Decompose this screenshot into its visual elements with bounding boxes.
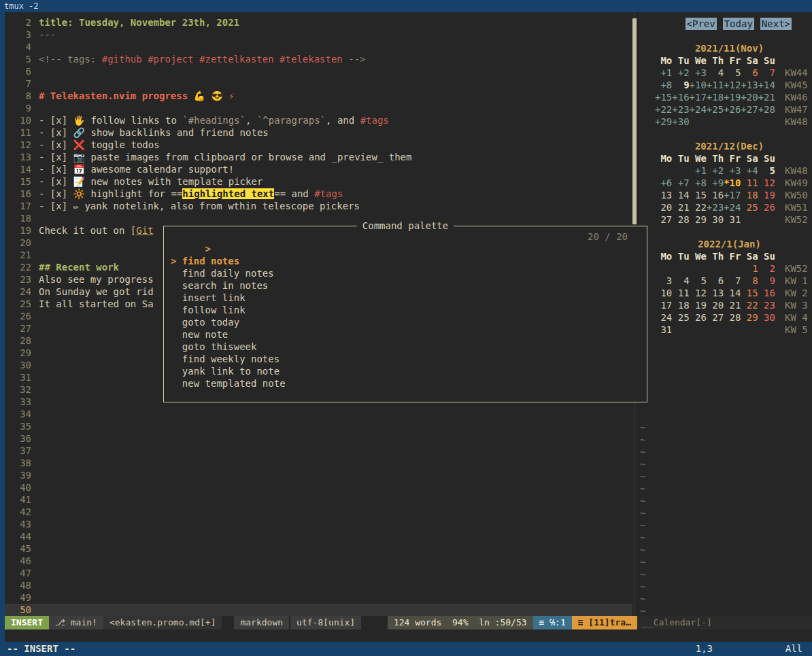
editor-line[interactable]: 4 — [5, 41, 632, 53]
calendar-day[interactable]: +2 — [707, 165, 724, 177]
editor-line[interactable]: 42 — [5, 506, 632, 518]
editor-line[interactable]: 10- [x] 🖐 follow links to `#headings`, `… — [5, 114, 632, 126]
editor-line[interactable]: 38 — [5, 457, 632, 469]
editor-line[interactable]: 46 — [5, 555, 632, 567]
palette-item[interactable]: goto thisweek — [164, 341, 647, 353]
calendar-day[interactable]: 7 — [724, 275, 741, 287]
editor-line[interactable]: 14- [x] 📅 awesome calendar support! — [5, 163, 632, 175]
calendar-day[interactable]: 10 — [655, 287, 672, 299]
editor-line[interactable]: 44 — [5, 530, 632, 542]
calendar-day[interactable]: +14 — [758, 79, 775, 91]
calendar-day[interactable]: 21 — [672, 201, 689, 213]
calendar-day[interactable]: 20 — [655, 201, 672, 213]
palette-item[interactable]: yank link to note — [164, 365, 647, 377]
editor-line[interactable]: 18 — [5, 212, 632, 224]
calendar-day[interactable]: +24 — [724, 201, 741, 213]
editor-line[interactable]: 2title: Tuesday, November 23th, 2021 — [5, 16, 632, 29]
calendar-day[interactable]: 5 — [724, 67, 741, 79]
calendar-day[interactable]: 26 — [690, 311, 707, 324]
editor-line[interactable]: 17- [x] ✏ yank notelink, also from wthin… — [5, 200, 632, 212]
calendar-day[interactable]: 29 — [741, 311, 758, 324]
command-line[interactable]: :lua require('telekasten').panel() — [5, 629, 812, 642]
calendar-day[interactable]: +17 — [724, 189, 741, 201]
editor-line[interactable]: 47 — [5, 567, 632, 579]
calendar-day[interactable]: *10 — [724, 177, 741, 189]
calendar-day[interactable]: 9 — [672, 79, 689, 91]
calendar-day[interactable]: 15 — [690, 189, 707, 201]
palette-item[interactable]: find weekly notes — [164, 353, 647, 365]
editor-line[interactable]: 9 — [5, 102, 632, 114]
calendar-day[interactable]: +20 — [741, 91, 758, 103]
calendar-day[interactable]: +13 — [741, 79, 758, 91]
calendar-day[interactable]: 16 — [758, 287, 775, 299]
calendar-day[interactable]: 18 — [741, 189, 758, 201]
calendar-day[interactable]: +6 — [655, 177, 672, 189]
palette-item[interactable]: follow link — [164, 304, 647, 316]
calendar-day[interactable]: 27 — [655, 213, 672, 226]
editor-line[interactable]: 13- [x] 📷 paste images from clipboard or… — [5, 151, 632, 163]
calendar-day[interactable]: +23 — [672, 103, 689, 116]
editor-line[interactable]: 37 — [5, 445, 632, 457]
calendar-day[interactable]: +16 — [672, 91, 689, 103]
calendar-day[interactable]: +15 — [655, 91, 672, 103]
calendar-day[interactable]: 8 — [741, 275, 758, 287]
calendar-day[interactable]: 14 — [672, 189, 689, 201]
calendar-day[interactable]: 12 — [690, 287, 707, 299]
palette-prompt-row[interactable]: > 20 / 20 — [164, 230, 647, 243]
calendar-day[interactable]: +1 — [655, 67, 672, 79]
palette-item[interactable]: new note — [164, 328, 647, 341]
calendar-day[interactable]: 25 — [672, 311, 689, 324]
calendar-day[interactable]: +8 — [655, 79, 672, 91]
scrollbar-thumb[interactable] — [632, 18, 637, 224]
calendar-day[interactable]: 11 — [672, 287, 689, 299]
calendar-day[interactable]: 2 — [758, 262, 775, 275]
calendar-day[interactable]: 30 — [758, 311, 775, 324]
calendar-day[interactable]: +26 — [724, 103, 741, 116]
calendar-day[interactable]: 3 — [655, 275, 672, 287]
editor-line[interactable]: 39 — [5, 469, 632, 481]
editor-line[interactable]: 40 — [5, 481, 632, 494]
calendar-day[interactable]: +18 — [707, 91, 724, 103]
calendar-day[interactable]: +21 — [758, 91, 775, 103]
calendar-day[interactable]: 12 — [758, 177, 775, 189]
calendar-day[interactable]: 4 — [672, 275, 689, 287]
calendar-day[interactable]: 21 — [724, 299, 741, 311]
calendar-day[interactable]: 19 — [758, 189, 775, 201]
calendar-day[interactable]: +1 — [690, 165, 707, 177]
calendar-day[interactable]: +27 — [741, 103, 758, 116]
calendar-prev-button[interactable]: <Prev — [686, 18, 717, 30]
calendar-day[interactable]: 17 — [655, 299, 672, 311]
editor-line[interactable]: 7 — [5, 77, 632, 90]
calendar-next-button[interactable]: Next> — [760, 18, 792, 30]
calendar-day[interactable]: 14 — [724, 287, 741, 299]
palette-item[interactable]: insert link — [164, 292, 647, 304]
calendar-day[interactable]: +12 — [724, 79, 741, 91]
editor-line[interactable]: 41 — [5, 494, 632, 506]
calendar-day[interactable]: 28 — [672, 213, 689, 226]
calendar-day[interactable]: +30 — [672, 116, 689, 128]
calendar-today-button[interactable]: Today — [723, 18, 754, 30]
palette-item[interactable]: >find notes — [164, 255, 647, 267]
calendar-day[interactable]: 5 — [690, 275, 707, 287]
calendar-day[interactable]: 22 — [690, 201, 707, 213]
calendar-day[interactable]: 20 — [707, 299, 724, 311]
calendar-day[interactable]: +2 — [672, 67, 689, 79]
calendar-day[interactable]: +3 — [690, 67, 707, 79]
calendar-day[interactable]: 16 — [707, 189, 724, 201]
calendar-day[interactable]: +29 — [655, 116, 672, 128]
editor-line[interactable]: 16- [x] 🔆 highlight for ==highlighted te… — [5, 188, 632, 200]
calendar-day[interactable]: +4 — [741, 165, 758, 177]
calendar-day[interactable]: 15 — [741, 287, 758, 299]
calendar-day[interactable]: +7 — [672, 177, 689, 189]
editor-line[interactable]: 50 — [5, 604, 632, 616]
calendar-day[interactable]: +17 — [690, 91, 707, 103]
calendar-day[interactable]: +28 — [758, 103, 775, 116]
calendar-day[interactable]: 19 — [690, 299, 707, 311]
editor-line[interactable]: 36 — [5, 432, 632, 445]
editor-line[interactable]: 15- [x] 📝 new notes with template picker — [5, 175, 632, 188]
calendar-day[interactable]: 7 — [758, 67, 775, 79]
calendar-day[interactable]: +19 — [724, 91, 741, 103]
editor-line[interactable]: 48 — [5, 579, 632, 591]
calendar-day[interactable]: 27 — [707, 311, 724, 324]
calendar-day[interactable]: +24 — [690, 103, 707, 116]
